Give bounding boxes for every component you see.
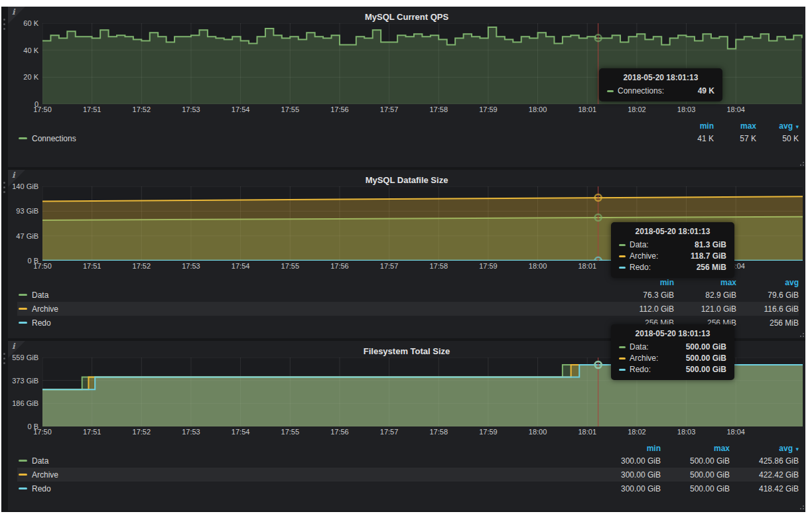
tooltip-series-row: Data:500.00 GiB: [619, 342, 726, 352]
panel-title-bar: MySQL Current QPS: [8, 7, 805, 23]
legend: minmaxavg ▾Data300.00 GiB500.00 GiB425.8…: [17, 442, 799, 495]
y-axis-tick-label: 373 GiB: [12, 377, 38, 385]
panel-drag-handle[interactable]: [1, 170, 8, 338]
tooltip-series-row: Data:81.3 GiB: [619, 240, 726, 249]
y-axis: 140 GiB93 GiB47 GiB0 B: [8, 186, 42, 261]
legend-series-redo[interactable]: Redo: [19, 318, 51, 328]
legend-series-name: Archive: [32, 470, 58, 480]
legend-value-avg: 422.42 GiB: [730, 470, 799, 480]
legend-header-min[interactable]: min: [592, 444, 661, 453]
legend-series-redo[interactable]: Redo: [19, 484, 51, 493]
series-color-dash-icon: [19, 308, 27, 310]
drag-dot: [3, 191, 5, 193]
legend-series-archive[interactable]: Archive: [19, 470, 58, 480]
panel-title[interactable]: MySQL Current QPS: [365, 12, 448, 22]
panel-corner: [8, 7, 25, 24]
tooltip-series-row: Archive:118.7 GiB: [619, 251, 726, 261]
x-axis-tick-label: 17:58: [429, 428, 448, 436]
legend-series-name: Redo: [32, 318, 51, 328]
legend-header-min[interactable]: min: [671, 121, 714, 131]
x-axis-tick-label: 17:57: [380, 105, 399, 113]
legend-row: Data300.00 GiB500.00 GiB425.86 GiB: [17, 454, 799, 468]
panel-resize-handle[interactable]: [797, 330, 804, 337]
x-axis-tick-label: 17:55: [281, 105, 300, 113]
y-axis-tick-label: 60 K: [23, 19, 38, 27]
legend-value-avg: 425.86 GiB: [730, 456, 799, 466]
y-axis-tick-label: 186 GiB: [12, 399, 38, 407]
legend-value-max: 500.00 GiB: [661, 470, 730, 480]
tooltip-series-name: Redo:: [630, 263, 660, 272]
panel-resize-handle[interactable]: [797, 159, 804, 166]
x-axis-tick-label: 18:00: [529, 428, 547, 436]
series-color-dash-icon: [619, 267, 626, 269]
x-axis-tick-label: 17:51: [83, 428, 102, 436]
y-axis-tick-label: 40 K: [23, 46, 38, 54]
legend-series-data[interactable]: Data: [19, 291, 48, 300]
panel-resize-handle[interactable]: [797, 503, 804, 509]
series-color-dash-icon: [619, 369, 626, 371]
panel-drag-handle[interactable]: [1, 341, 8, 511]
legend-series-connections[interactable]: Connections: [19, 134, 76, 143]
x-axis-tick-label: 17:51: [83, 105, 102, 113]
legend-header-avg[interactable]: avg ▾: [756, 121, 799, 131]
panel-title[interactable]: MySQL Datafile Size: [366, 175, 448, 185]
legend-header-avg[interactable]: avg ▾: [730, 444, 799, 453]
x-axis-tick-label: 17:52: [133, 105, 151, 113]
legend-series-archive[interactable]: Archive: [19, 304, 58, 314]
x-axis-tick-label: 17:56: [330, 105, 349, 113]
info-icon[interactable]: i: [12, 7, 15, 17]
panel-title[interactable]: Filesystem Total Size: [364, 346, 450, 356]
legend-series-name: Connections: [32, 134, 76, 143]
legend-value-max: 121.0 GiB: [674, 304, 736, 314]
panel-title-bar: MySQL Datafile Size: [8, 170, 805, 186]
legend-series-data[interactable]: Data: [19, 456, 48, 466]
info-icon[interactable]: i: [12, 170, 15, 180]
legend-header-avg[interactable]: avg: [736, 278, 799, 287]
x-axis-tick-label: 17:57: [380, 428, 399, 436]
x-axis-tick-label: 18:03: [677, 428, 696, 436]
x-axis-tick-label: 17:53: [182, 105, 200, 113]
tooltip-timestamp: 2018-05-20 18:01:13: [607, 73, 714, 82]
tooltip-timestamp: 2018-05-20 18:01:13: [619, 329, 726, 338]
series-color-dash-icon: [619, 358, 626, 359]
legend-value-max: 500.00 GiB: [661, 484, 730, 493]
legend: minmaxavg ▾Connections41 K57 K50 K: [17, 120, 799, 145]
drag-dot: [3, 182, 5, 184]
legend-series-name: Data: [32, 291, 48, 300]
x-axis-tick-label: 17:53: [182, 428, 200, 436]
legend-header-max[interactable]: max: [674, 278, 736, 287]
legend-header-min[interactable]: min: [612, 278, 674, 287]
x-axis-tick-label: 18:01: [578, 262, 596, 270]
x-axis-tick-label: 17:50: [33, 262, 52, 270]
legend-value-min: 300.00 GiB: [592, 456, 661, 466]
drag-dot: [3, 362, 5, 364]
tooltip-series-value: 500.00 GiB: [686, 365, 726, 374]
legend-header-max[interactable]: max: [714, 121, 756, 131]
legend-header-row: minmaxavg ▾: [17, 442, 799, 454]
x-axis-tick-label: 17:55: [281, 262, 300, 270]
y-axis-tick-label: 20 K: [23, 73, 38, 81]
series-color-dash-icon: [19, 294, 27, 296]
series-color-dash-icon: [619, 255, 626, 257]
grafana-dashboard: i MySQL Current QPS 60 K40 K20 K0 17:501…: [1, 7, 805, 512]
legend-row: Data76.3 GiB82.9 GiB79.6 GiB: [17, 288, 799, 302]
info-icon[interactable]: i: [12, 342, 15, 351]
series-color-dash-icon: [19, 137, 27, 139]
y-axis-tick-label: 140 GiB: [12, 182, 38, 190]
legend-header-max[interactable]: max: [661, 444, 730, 453]
legend-row: Redo300.00 GiB500.00 GiB418.42 GiB: [17, 482, 799, 495]
series-color-dash-icon: [619, 346, 626, 348]
tooltip-series-value: 49 K: [698, 86, 714, 96]
x-axis-tick-label: 17:53: [182, 262, 200, 270]
panel-drag-handle[interactable]: [1, 7, 8, 167]
legend-value-min: 76.3 GiB: [612, 291, 674, 300]
tooltip-series-value: 500.00 GiB: [686, 354, 726, 363]
x-axis-tick-label: 18:01: [578, 428, 596, 436]
x-axis-tick-label: 18:03: [677, 105, 696, 113]
legend-row: Connections41 K57 K50 K: [17, 131, 799, 145]
x-axis-tick-label: 18:04: [726, 105, 745, 113]
y-axis-tick-label: 47 GiB: [16, 232, 38, 240]
tooltip-series-name: Data:: [630, 240, 658, 249]
legend-value-avg: 256 MiB: [736, 318, 799, 328]
legend-header-row: minmaxavg: [17, 277, 799, 288]
